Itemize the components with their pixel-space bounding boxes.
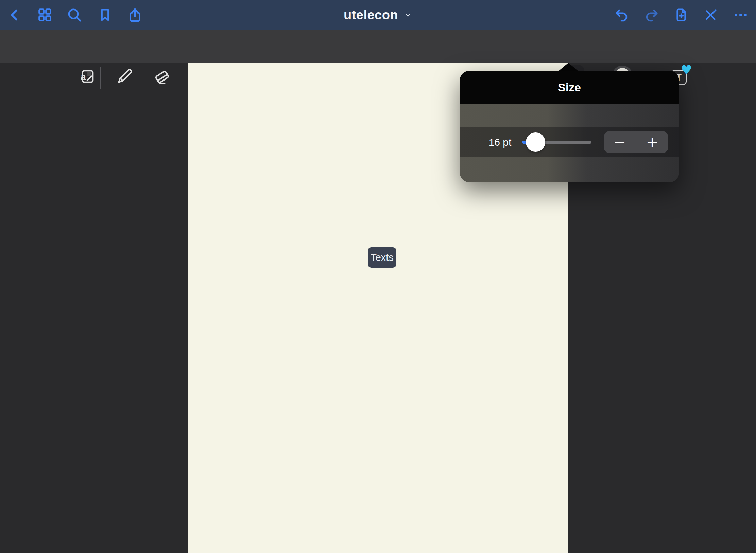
thumbnail-grid-button[interactable] bbox=[37, 0, 53, 30]
size-popover-title: Size bbox=[460, 71, 679, 104]
bookmark-button[interactable] bbox=[98, 0, 113, 30]
size-stepper: − + bbox=[604, 131, 668, 153]
pen-icon bbox=[115, 67, 134, 86]
bookmark-icon bbox=[98, 7, 113, 22]
more-ellipsis-icon bbox=[733, 7, 749, 23]
size-increase-button[interactable]: + bbox=[636, 131, 668, 153]
add-page-button[interactable] bbox=[673, 0, 689, 30]
stylus-disable-button[interactable] bbox=[703, 0, 719, 30]
edit-mode-toggle[interactable]: a bbox=[78, 60, 96, 93]
undo-button[interactable] bbox=[614, 0, 630, 30]
pen-tool[interactable] bbox=[115, 60, 134, 93]
share-icon bbox=[127, 7, 143, 23]
edit-mode-letter: a bbox=[81, 72, 86, 82]
redo-icon bbox=[644, 7, 659, 23]
eraser-icon bbox=[152, 67, 172, 86]
size-slider-thumb[interactable] bbox=[526, 132, 545, 152]
size-popover-title-text: Size bbox=[558, 81, 581, 94]
size-popover-body: 16 pt − + bbox=[460, 104, 679, 182]
share-button[interactable] bbox=[127, 0, 143, 30]
texts-tooltip: Texts bbox=[368, 247, 396, 268]
popover-arrow bbox=[559, 63, 578, 71]
eraser-tool[interactable] bbox=[152, 60, 172, 93]
add-page-icon bbox=[673, 7, 689, 23]
search-button[interactable] bbox=[66, 0, 83, 30]
document-title: utelecon bbox=[344, 8, 398, 22]
undo-icon bbox=[614, 7, 630, 23]
app-screen: utelecon bbox=[0, 0, 756, 553]
stylus-x-icon bbox=[703, 7, 719, 23]
edit-mode-icon: a bbox=[78, 67, 96, 86]
back-button[interactable] bbox=[7, 0, 22, 30]
top-navbar: utelecon bbox=[0, 0, 756, 30]
search-icon bbox=[66, 7, 83, 23]
more-button[interactable] bbox=[733, 0, 749, 30]
title-chevron-down-icon bbox=[403, 11, 412, 19]
redo-button[interactable] bbox=[644, 0, 659, 30]
toolbar-divider bbox=[100, 67, 101, 89]
size-popover: Size 16 pt − + bbox=[460, 71, 679, 182]
tools-toolbar: a bbox=[0, 30, 756, 63]
grid-view-icon bbox=[37, 7, 53, 23]
size-decrease-button[interactable]: − bbox=[604, 131, 636, 153]
size-value-label: 16 pt bbox=[485, 127, 515, 157]
size-slider-row: 16 pt − + bbox=[460, 127, 679, 157]
document-title-button[interactable]: utelecon bbox=[306, 0, 450, 30]
heart-icon: ♥ bbox=[681, 63, 692, 77]
back-icon bbox=[7, 7, 22, 22]
texts-tooltip-label: Texts bbox=[371, 252, 394, 263]
